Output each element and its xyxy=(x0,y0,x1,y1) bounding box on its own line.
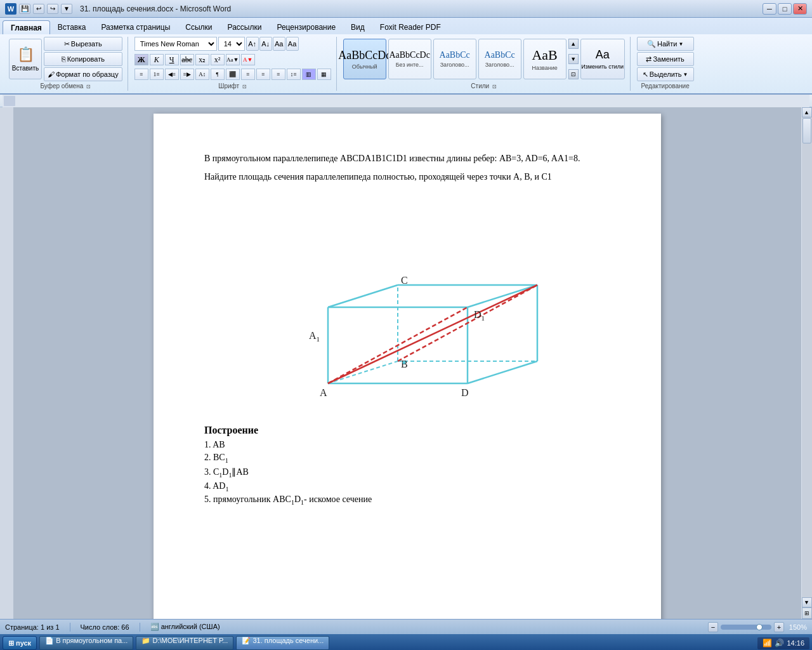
scroll-up-btn[interactable]: ▲ xyxy=(802,107,812,117)
indent-decrease-btn[interactable]: ◀≡ xyxy=(165,69,179,80)
format-painter-btn[interactable]: 🖌 Формат по образцу xyxy=(44,67,122,81)
sort-btn[interactable]: A↕ xyxy=(195,69,209,80)
document: В прямоугольном параллелепипеде ABCDA1B1… xyxy=(154,114,661,619)
zoom-slider[interactable] xyxy=(721,625,771,630)
clipboard-expand-icon[interactable]: ⊡ xyxy=(86,84,91,90)
align-center-btn[interactable]: ≡ xyxy=(241,69,255,80)
styles-nav: ▲ ▼ ⊡ xyxy=(568,39,579,79)
show-hide-btn[interactable]: ¶ xyxy=(211,69,225,80)
editing-content: 🔍 Найти ▼ ⇄ Заменить ↖ Выделить ▼ xyxy=(637,37,694,81)
subscript-btn[interactable]: x₂ xyxy=(195,54,209,65)
styles-up-btn[interactable]: ▲ xyxy=(568,39,579,49)
construction-step-2: 2. BC1 xyxy=(204,453,610,464)
text-case-btn[interactable]: Аа xyxy=(286,37,299,51)
zoom-in-btn[interactable]: + xyxy=(774,622,784,632)
word-count: Число слов: 66 xyxy=(81,623,129,631)
justify-btn[interactable]: ≡ xyxy=(272,69,285,80)
style-title[interactable]: AaB Название xyxy=(523,39,566,79)
bullets-btn[interactable]: ≡ xyxy=(134,69,148,80)
styles-expand-icon[interactable]: ⊡ xyxy=(492,84,497,90)
svg-text:C: C xyxy=(401,275,408,286)
minimize-btn[interactable]: ─ xyxy=(763,3,776,15)
superscript-btn[interactable]: x² xyxy=(211,54,225,65)
bold-btn[interactable]: Ж xyxy=(134,54,148,65)
style-heading2-label: Заголово... xyxy=(485,62,514,68)
undo-quick-btn[interactable]: ↩ xyxy=(33,4,44,14)
find-icon: 🔍 xyxy=(647,40,656,48)
maximize-btn[interactable]: □ xyxy=(778,3,792,15)
font-name-selector[interactable]: Times New Roman xyxy=(134,37,217,51)
paste-btn[interactable]: 📋 Вставить xyxy=(9,39,42,79)
tab-view[interactable]: Вид xyxy=(343,20,372,34)
start-button[interactable]: ⊞ пуск xyxy=(3,636,37,650)
numbering-btn[interactable]: 1≡ xyxy=(150,69,164,80)
text-highlight-btn[interactable]: Аa▼ xyxy=(226,54,240,65)
taskbar-item-2[interactable]: 📁 D:\MOE\ИНТЕРНЕТ Р... xyxy=(136,636,233,650)
zoom-level: 150% xyxy=(789,623,807,631)
change-styles-btn[interactable]: Aa Изменить стили xyxy=(580,39,625,79)
underline-btn[interactable]: Ч xyxy=(165,54,179,65)
scroll-thumb[interactable] xyxy=(802,118,811,143)
format-painter-label: Формат по образцу xyxy=(56,70,119,78)
grow-font-btn[interactable]: A↑ xyxy=(246,37,259,51)
scroll-down-btn[interactable]: ▼ xyxy=(802,597,812,607)
svg-text:B: B xyxy=(401,359,408,369)
strikethrough-btn[interactable]: аbc xyxy=(180,54,194,65)
zoom-handle[interactable] xyxy=(756,624,763,630)
redo-quick-btn[interactable]: ↪ xyxy=(47,4,58,14)
line-spacing-btn[interactable]: ↕≡ xyxy=(287,69,301,80)
font-label: Шрифт ⊡ xyxy=(218,83,247,90)
language-indicator[interactable]: 🔤 английский (США) xyxy=(150,623,220,631)
select-dropdown-icon: ▼ xyxy=(683,72,688,77)
cut-icon: ✂ xyxy=(64,40,70,48)
style-heading2[interactable]: AaBbCc Заголово... xyxy=(478,39,521,79)
indent-increase-btn[interactable]: ≡▶ xyxy=(180,69,194,80)
italic-btn[interactable]: К xyxy=(150,54,164,65)
quick-access-toolbar: 💾 ↩ ↪ ▼ xyxy=(19,4,72,14)
styles-down-btn[interactable]: ▼ xyxy=(568,54,579,64)
style-normal[interactable]: AaBbCcDc Обычный xyxy=(343,39,386,79)
zoom-out-btn[interactable]: − xyxy=(708,622,718,632)
shrink-font-btn[interactable]: A↓ xyxy=(259,37,272,51)
tab-review[interactable]: Рецензирование xyxy=(269,20,343,34)
shading-btn[interactable]: ▥ xyxy=(302,69,316,80)
find-btn[interactable]: 🔍 Найти ▼ xyxy=(637,37,694,51)
tray-volume-icon: 🔊 xyxy=(775,639,784,648)
page-indicator: Страница: 1 из 1 xyxy=(5,623,60,631)
scroll-track[interactable] xyxy=(802,117,812,597)
taskbar-item-3[interactable]: 📝 31. площадь сечени... xyxy=(236,636,329,650)
tab-references[interactable]: Ссылки xyxy=(178,20,219,34)
style-heading1[interactable]: AaBbCc Заголово... xyxy=(433,39,476,79)
quick-menu-btn[interactable]: ▼ xyxy=(61,4,72,14)
copy-btn[interactable]: ⎘ Копировать xyxy=(44,52,122,66)
align-left-btn[interactable]: ⬛ xyxy=(226,69,240,80)
change-styles-icon: Aa xyxy=(596,48,610,62)
taskbar-item-1[interactable]: 📄 В прямоугольном па... xyxy=(39,636,133,650)
tab-home[interactable]: Главная xyxy=(3,20,50,34)
style-no-spacing[interactable]: AaBbCcDc Без инте... xyxy=(388,39,431,79)
ruler-content xyxy=(3,95,809,107)
svg-rect-1 xyxy=(4,96,15,106)
cut-btn[interactable]: ✂ Вырезать xyxy=(44,37,122,51)
save-quick-btn[interactable]: 💾 xyxy=(19,4,30,14)
svg-line-9 xyxy=(328,285,398,307)
replace-btn[interactable]: ⇄ Заменить xyxy=(637,52,694,66)
tab-foxit[interactable]: Foxit Reader PDF xyxy=(372,20,449,34)
close-btn[interactable]: ✕ xyxy=(793,3,807,15)
select-btn[interactable]: ↖ Выделить ▼ xyxy=(637,67,694,81)
border-btn[interactable]: ▦ xyxy=(317,69,331,80)
font-expand-icon[interactable]: ⊡ xyxy=(242,84,247,90)
font-size-selector[interactable]: 14 xyxy=(218,37,245,51)
tab-insert[interactable]: Вставка xyxy=(50,20,94,34)
styles-more-btn[interactable]: ⊡ xyxy=(568,69,579,79)
ribbon: Главная Вставка Разметка страницы Ссылки… xyxy=(0,18,812,95)
paragraph-align-row: ≡ 1≡ ◀≡ ≡▶ A↕ ¶ ⬛ ≡ ≡ ≡ ↕≡ ▥ ▦ xyxy=(134,69,331,80)
font-format-row: Ж К Ч аbc x₂ x² Аa▼ А▼ xyxy=(134,54,255,65)
status-sep-2 xyxy=(140,623,140,632)
align-right-btn[interactable]: ≡ xyxy=(256,69,270,80)
font-color-btn[interactable]: А▼ xyxy=(241,54,255,65)
scroll-corner[interactable]: ⊞ xyxy=(802,607,812,619)
tab-layout[interactable]: Разметка страницы xyxy=(93,20,178,34)
clear-format-btn[interactable]: Aa xyxy=(273,37,285,51)
tab-mailings[interactable]: Рассылки xyxy=(220,20,270,34)
